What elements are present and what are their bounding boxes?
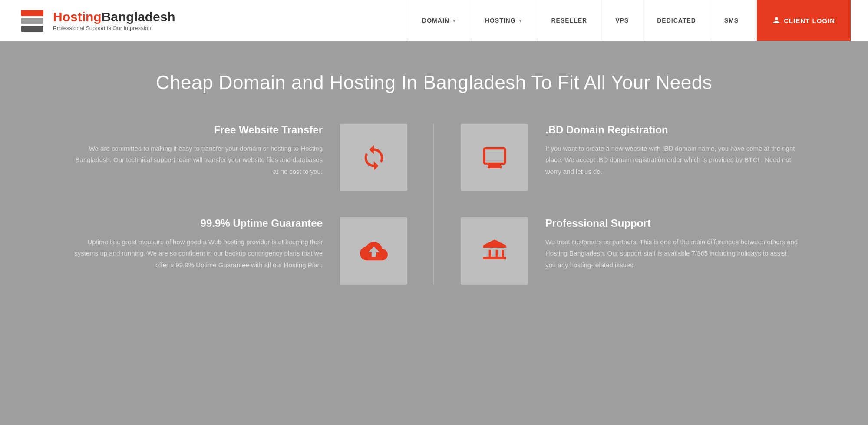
logo[interactable]: HostingBangladesh Professional Support i…: [17, 6, 175, 35]
logo-brand-dark: Bangladesh: [102, 10, 175, 24]
feature-uptime-desc: Uptime is a great measure of how good a …: [69, 236, 323, 271]
nav-hosting[interactable]: HOSTING ▼: [471, 0, 537, 41]
domain-caret: ▼: [452, 18, 457, 23]
feature-transfer-icon-box: [340, 124, 407, 191]
svg-rect-0: [21, 10, 43, 16]
header: HostingBangladesh Professional Support i…: [0, 0, 868, 41]
building-icon: [481, 237, 508, 265]
nav-sms[interactable]: SMS: [710, 0, 752, 41]
feature-support-desc: We treat customers as partners. This is …: [545, 236, 799, 271]
feature-domain-text: .BD Domain Registration If you want to c…: [545, 124, 799, 177]
feature-support-text: Professional Support We treat customers …: [545, 217, 799, 271]
monitor-icon: [481, 144, 508, 172]
user-icon: [772, 17, 780, 24]
feature-transfer-text: Free Website Transfer We are committed t…: [69, 124, 323, 177]
feature-transfer-desc: We are committed to making it easy to tr…: [69, 143, 323, 177]
vertical-divider: [433, 124, 434, 285]
feature-uptime-title: 99.9% Uptime Guarantee: [69, 217, 323, 229]
main-nav: DOMAIN ▼ HOSTING ▼ RESELLER VPS DEDICATE…: [408, 0, 851, 41]
logo-tagline: Professional Support is Our Impression: [53, 25, 175, 31]
logo-text: HostingBangladesh Professional Support i…: [53, 10, 175, 31]
feature-domain-desc: If you want to create a new website with…: [545, 143, 799, 177]
nav-vps[interactable]: VPS: [601, 0, 643, 41]
feature-uptime: 99.9% Uptime Guarantee Uptime is a great…: [69, 217, 408, 285]
feature-uptime-icon-box: [340, 217, 407, 285]
feature-domain: .BD Domain Registration If you want to c…: [461, 124, 799, 191]
logo-brand-red: Hosting: [53, 10, 102, 24]
features-left-col: Free Website Transfer We are committed t…: [43, 124, 434, 285]
feature-domain-title: .BD Domain Registration: [545, 124, 799, 136]
svg-rect-2: [21, 26, 43, 32]
feature-transfer-title: Free Website Transfer: [69, 124, 323, 136]
hero-title: Cheap Domain and Hosting In Bangladesh T…: [156, 72, 713, 93]
logo-brand: HostingBangladesh: [53, 10, 175, 24]
feature-support-icon-box: [461, 217, 528, 285]
client-login-button[interactable]: CLIENT LOGIN: [757, 0, 851, 41]
features-grid: Free Website Transfer We are committed t…: [43, 124, 825, 285]
feature-domain-icon-box: [461, 124, 528, 191]
feature-support-title: Professional Support: [545, 217, 799, 229]
logo-icon: [17, 6, 47, 35]
nav-domain[interactable]: DOMAIN ▼: [408, 0, 471, 41]
feature-transfer: Free Website Transfer We are committed t…: [69, 124, 408, 191]
features-right-col: .BD Domain Registration If you want to c…: [435, 124, 825, 285]
feature-support: Professional Support We treat customers …: [461, 217, 799, 285]
client-login-label: CLIENT LOGIN: [784, 17, 835, 24]
hosting-caret: ▼: [518, 18, 523, 23]
nav-dedicated[interactable]: DEDICATED: [643, 0, 710, 41]
svg-rect-1: [21, 18, 43, 24]
nav-reseller[interactable]: RESELLER: [537, 0, 601, 41]
feature-uptime-text: 99.9% Uptime Guarantee Uptime is a great…: [69, 217, 323, 271]
cloud-upload-icon: [360, 237, 388, 265]
transfer-icon: [360, 144, 388, 172]
hero-section: Cheap Domain and Hosting In Bangladesh T…: [0, 41, 868, 425]
